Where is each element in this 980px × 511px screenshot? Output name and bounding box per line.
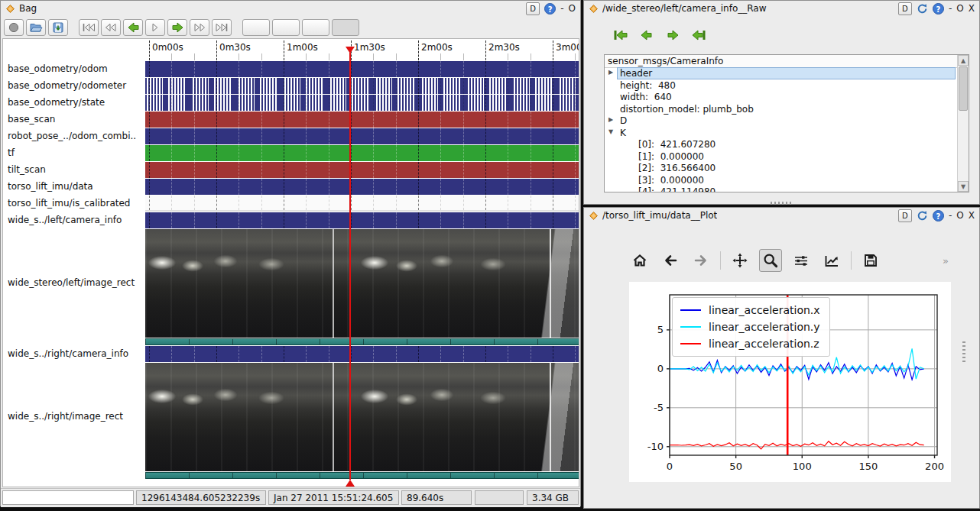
tree-row[interactable]: [2]: 316.566400 bbox=[605, 163, 957, 174]
thumbnail-range-bar[interactable] bbox=[145, 472, 579, 479]
toolbar-blank-button[interactable] bbox=[332, 19, 359, 36]
topic-label: base_odometry/odometer bbox=[8, 80, 126, 91]
fast-forward-button[interactable] bbox=[190, 19, 209, 36]
collapse-icon[interactable]: ▼ bbox=[608, 128, 613, 135]
dock-button[interactable]: D bbox=[898, 209, 912, 222]
message-next-button[interactable] bbox=[662, 25, 683, 45]
message-tree[interactable]: sensor_msgs/CameraInfo ▶headerheight: 48… bbox=[604, 54, 969, 192]
tree-row[interactable]: [1]: 0.000000 bbox=[605, 151, 957, 163]
selection-highlight bbox=[617, 67, 956, 79]
timeline-row[interactable] bbox=[145, 212, 579, 228]
record-button[interactable] bbox=[4, 19, 24, 36]
tree-row[interactable]: distortion_model: plumb_bob bbox=[605, 104, 957, 115]
scroll-up-icon[interactable]: ▲ bbox=[958, 55, 969, 66]
timeline-row[interactable] bbox=[145, 363, 579, 471]
expand-icon[interactable]: ▶ bbox=[608, 69, 613, 76]
rewind-button[interactable] bbox=[101, 19, 121, 36]
play-button[interactable] bbox=[145, 19, 165, 36]
dock-button[interactable]: D bbox=[898, 2, 912, 15]
tree-row[interactable]: width: 640 bbox=[605, 92, 957, 103]
seek-end-button[interactable] bbox=[212, 19, 232, 36]
plot-titlebar[interactable]: /torso_lift_imu/data__Plot D ? - O X bbox=[584, 208, 979, 223]
toolbar-overflow-icon[interactable]: » bbox=[943, 255, 949, 267]
tree-row[interactable]: ▼K bbox=[605, 128, 957, 139]
bag-titlebar[interactable]: Bag D ? - O bbox=[1, 1, 580, 16]
tree-row[interactable]: [4]: 421.114980 bbox=[605, 186, 957, 192]
grid-major bbox=[149, 78, 150, 94]
ruler-minor-tick bbox=[373, 53, 374, 60]
help-icon[interactable]: ? bbox=[933, 3, 944, 15]
playhead-top-marker[interactable] bbox=[346, 47, 355, 53]
tree-row[interactable]: height: 480 bbox=[605, 80, 957, 92]
tree-scrollbar[interactable]: ▲ ▼ bbox=[957, 55, 969, 192]
restore-button[interactable]: O bbox=[956, 3, 963, 14]
timeline-row[interactable] bbox=[145, 78, 579, 94]
timeline-row[interactable] bbox=[145, 145, 579, 161]
timeline-row[interactable] bbox=[145, 128, 579, 144]
open-button[interactable] bbox=[26, 19, 46, 36]
minimize-button[interactable]: - bbox=[949, 3, 952, 14]
status-filter-field[interactable] bbox=[2, 490, 134, 505]
step-forward-button[interactable] bbox=[167, 19, 187, 36]
pan-button[interactable] bbox=[729, 249, 751, 272]
home-button[interactable] bbox=[628, 249, 651, 272]
bag-timeline[interactable]: 0m00s0m30s1m00s1m30s2m00s2m30s3m00sbase_… bbox=[2, 38, 579, 487]
close-button[interactable]: X bbox=[969, 210, 975, 221]
raw-titlebar[interactable]: /wide_stereo/left/camera_info__Raw D ? -… bbox=[584, 1, 979, 16]
plot-figure[interactable]: 05010015020050-5-10 linear_acceleration.… bbox=[629, 282, 951, 482]
help-icon[interactable]: ? bbox=[933, 210, 944, 222]
help-icon[interactable]: ? bbox=[544, 3, 556, 15]
tree-row[interactable]: ▶header bbox=[605, 68, 957, 79]
toolbar-blank-button[interactable] bbox=[272, 19, 300, 36]
close-button[interactable]: X bbox=[969, 3, 975, 14]
timeline-row[interactable] bbox=[145, 162, 579, 178]
timeline-row[interactable] bbox=[145, 346, 579, 362]
refresh-icon[interactable] bbox=[917, 210, 928, 222]
thumbnail-range-bar[interactable] bbox=[145, 338, 579, 345]
refresh-icon[interactable] bbox=[917, 3, 928, 15]
minimize-button[interactable]: - bbox=[560, 3, 563, 14]
grid-minor bbox=[440, 78, 441, 94]
timeline-row[interactable] bbox=[145, 112, 579, 128]
scroll-down-icon[interactable]: ▼ bbox=[958, 181, 969, 192]
horizontal-splitter-handle[interactable] bbox=[771, 202, 793, 205]
zoom-button[interactable] bbox=[759, 249, 782, 272]
customize-button[interactable] bbox=[820, 249, 843, 272]
grid-minor bbox=[194, 61, 195, 77]
timeline-row[interactable] bbox=[145, 61, 579, 77]
timeline-row[interactable] bbox=[145, 179, 579, 195]
playhead[interactable] bbox=[349, 53, 351, 480]
tree-row[interactable]: [0]: 421.607280 bbox=[605, 139, 957, 150]
toolbar-separator bbox=[851, 251, 852, 270]
step-back-button[interactable] bbox=[123, 19, 143, 36]
toolbar-blank-button[interactable] bbox=[302, 19, 329, 36]
scrollbar-thumb[interactable] bbox=[959, 66, 968, 111]
subplots-button[interactable] bbox=[790, 249, 813, 272]
tree-row[interactable]: [3]: 0.000000 bbox=[605, 175, 957, 186]
dock-button[interactable]: D bbox=[526, 2, 540, 15]
toolbar-blank-button[interactable] bbox=[242, 19, 270, 36]
save-button[interactable] bbox=[48, 19, 68, 36]
vertical-splitter-handle[interactable] bbox=[962, 341, 965, 363]
grid-minor bbox=[329, 196, 329, 210]
save-button[interactable] bbox=[859, 249, 882, 272]
timeline-row[interactable] bbox=[145, 95, 579, 111]
forward-button[interactable] bbox=[690, 249, 712, 272]
message-first-button[interactable] bbox=[610, 25, 631, 45]
seek-start-button[interactable] bbox=[79, 19, 99, 36]
message-type-header[interactable]: sensor_msgs/CameraInfo bbox=[605, 55, 969, 68]
grid-minor bbox=[440, 196, 441, 210]
message-previous-button[interactable] bbox=[636, 25, 657, 45]
minimize-button[interactable]: - bbox=[949, 210, 952, 221]
restore-button[interactable]: O bbox=[956, 210, 963, 221]
plot-legend: linear_acceleration.xlinear_acceleration… bbox=[672, 297, 830, 357]
playhead-bottom-marker[interactable] bbox=[346, 480, 355, 487]
expand-icon[interactable]: ▶ bbox=[608, 116, 613, 123]
back-button[interactable] bbox=[659, 249, 682, 272]
message-last-button[interactable] bbox=[688, 25, 709, 45]
tree-row[interactable]: ▶D bbox=[605, 115, 957, 127]
timeline-row[interactable] bbox=[145, 229, 579, 338]
status-elapsed: 89.640s bbox=[401, 490, 472, 505]
restore-button[interactable]: O bbox=[569, 3, 576, 14]
timeline-row[interactable] bbox=[145, 196, 579, 212]
